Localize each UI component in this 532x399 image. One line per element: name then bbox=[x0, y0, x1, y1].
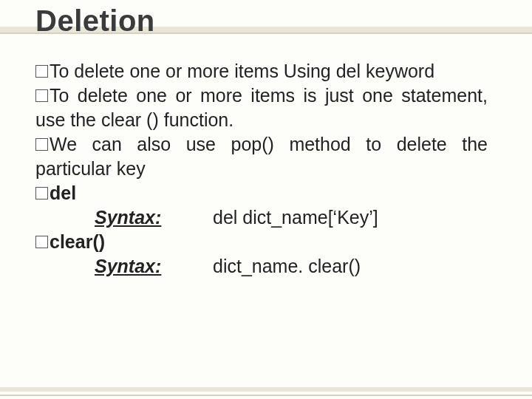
syntax-row-clear: Syntax: dict_name. clear() bbox=[35, 254, 488, 279]
syntax-label: Syntax: bbox=[35, 205, 213, 230]
bullet-text: To delete one or more items Using del ke… bbox=[50, 61, 434, 81]
syntax-code-del: del dict_name[‘Key’] bbox=[213, 205, 378, 230]
bullet-box-icon bbox=[35, 65, 48, 78]
bullet-box-icon bbox=[35, 187, 48, 200]
bullet-item: We can also use pop() method to delete t… bbox=[35, 132, 488, 181]
syntax-code-clear: dict_name. clear() bbox=[213, 254, 361, 279]
bullet-text: clear() bbox=[50, 231, 105, 252]
slide: Deletion To delete one or more items Usi… bbox=[0, 0, 532, 399]
syntax-row-del: Syntax: del dict_name[‘Key’] bbox=[35, 205, 488, 230]
bullet-item: To delete one or more items is just one … bbox=[35, 83, 488, 132]
slide-body: To delete one or more items Using del ke… bbox=[35, 59, 488, 279]
bullet-item: del bbox=[35, 181, 488, 205]
bullet-text: del bbox=[50, 183, 76, 203]
bullet-box-icon bbox=[35, 236, 48, 248]
syntax-label: Syntax: bbox=[35, 254, 213, 279]
bullet-box-icon bbox=[35, 138, 48, 151]
bullet-item: clear() bbox=[35, 230, 488, 254]
bullet-box-icon bbox=[35, 89, 48, 102]
decor-stripe bbox=[0, 387, 532, 392]
bullet-item: To delete one or more items Using del ke… bbox=[35, 59, 488, 83]
decor-stripe bbox=[0, 395, 532, 396]
bullet-text: To delete one or more items is just one … bbox=[35, 85, 488, 130]
bullet-text: We can also use pop() method to delete t… bbox=[35, 134, 488, 179]
slide-title: Deletion bbox=[35, 4, 155, 38]
